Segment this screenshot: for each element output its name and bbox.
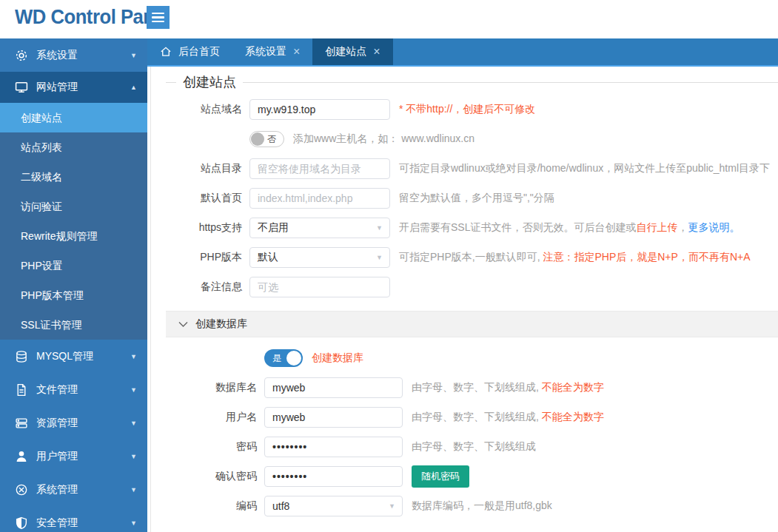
create-site-form: 创建站点 站点域名 * 不带http://，创建后不可修改 否 添加www主机名… <box>166 73 778 516</box>
directory-hint: 可指定目录wdlinux或绝对目录/home/wdlinux，网站文件上传至pu… <box>399 162 770 175</box>
form-row-www-toggle: 否 添加www主机名，如： www.wdlinux.cn <box>166 129 778 149</box>
gear-icon <box>15 49 28 62</box>
chevron-down-icon: ▼ <box>376 254 383 261</box>
sidebar-subitem-subdomain[interactable]: 二级域名 <box>0 162 147 192</box>
form-row-db-name: 数据库名 由字母、数字、下划线组成, 不能全为数字 <box>166 377 778 398</box>
remark-label: 备注信息 <box>166 280 249 294</box>
www-hint: 添加www主机名，如： www.wdlinux.cn <box>293 132 474 146</box>
toggle-state-label: 否 <box>267 133 276 146</box>
db-password-hint: 由字母、数字、下划线组成 <box>412 440 536 454</box>
chevron-down-icon: ▼ <box>376 224 383 232</box>
www-toggle[interactable]: 否 <box>249 131 284 147</box>
db-password-input[interactable] <box>264 437 403 457</box>
hamburger-icon <box>152 13 164 15</box>
random-password-button[interactable]: 随机密码 <box>412 465 469 488</box>
form-row-db-charset: 编码 utf8 ▼ 数据库编码，一般是用utf8,gbk <box>166 496 778 516</box>
db-confirm-input[interactable] <box>264 466 403 487</box>
index-page-hint: 留空为默认值，多个用逗号","分隔 <box>399 192 554 205</box>
chevron-down-icon: ▼ <box>130 386 137 394</box>
form-row-db-confirm-password: 确认密码 随机密码 <box>166 466 778 487</box>
directory-input[interactable] <box>249 158 390 179</box>
sidebar-item-system-management[interactable]: 系统管理 ▼ <box>0 473 147 506</box>
main-content: 创建站点 站点域名 * 不带http://，创建后不可修改 否 添加www主机名… <box>148 67 778 532</box>
form-row-php-version: PHP版本 默认 ▼ 可指定PHP版本,一般默认即可, 注意：指定PHP后，就是… <box>166 247 778 268</box>
sidebar-item-label: 文件管理 <box>36 383 78 397</box>
tab-bar: 后台首页 系统设置 × 创建站点 × <box>147 38 778 67</box>
tab-label: 系统设置 <box>245 45 286 58</box>
remark-input[interactable] <box>249 277 390 297</box>
form-row-db-password: 密码 由字母、数字、下划线组成 <box>166 437 778 457</box>
php-version-label: PHP版本 <box>166 251 249 264</box>
db-user-input[interactable] <box>264 407 403 428</box>
php-version-hint: 可指定PHP版本,一般默认即可, 注意：指定PHP后，就是N+P，而不再有N+A <box>399 251 751 264</box>
app-header: WD Control Panel <box>0 0 778 38</box>
page-title: 创建站点 <box>183 73 236 91</box>
form-row-remark: 备注信息 <box>166 277 778 297</box>
database-icon <box>15 350 28 363</box>
form-title-row: 创建站点 <box>166 73 778 92</box>
index-page-input[interactable] <box>249 188 390 209</box>
sidebar-subitem-access-auth[interactable]: 访问验证 <box>0 192 147 221</box>
sidebar-item-website-management[interactable]: 网站管理 ▲ <box>0 72 147 103</box>
sidebar: 系统设置 ▼ 网站管理 ▲ 创建站点 站点列表 二级域名 访问验证 Rewrit… <box>0 38 147 532</box>
tab-dashboard-home[interactable]: 后台首页 <box>147 38 232 65</box>
close-icon[interactable]: × <box>373 46 380 58</box>
chevron-down-icon: ▼ <box>130 453 137 460</box>
db-charset-select[interactable]: utf8 ▼ <box>264 496 403 516</box>
form-row-directory: 站点目录 可指定目录wdlinux或绝对目录/home/wdlinux，网站文件… <box>166 158 778 179</box>
sidebar-item-user-management[interactable]: 用户管理 ▼ <box>0 440 147 473</box>
sidebar-item-file-management[interactable]: 文件管理 ▼ <box>0 373 147 406</box>
create-database-section-header[interactable]: 创建数据库 <box>166 311 778 337</box>
chevron-up-icon: ▲ <box>130 84 137 91</box>
domain-label: 站点域名 <box>166 103 249 116</box>
sidebar-subitem-create-site[interactable]: 创建站点 <box>0 103 147 132</box>
content-divider <box>150 67 151 532</box>
toggle-state-label: 是 <box>272 352 281 365</box>
sidebar-item-mysql-management[interactable]: MYSQL管理 ▼ <box>0 340 147 373</box>
create-database-toggle[interactable]: 是 <box>264 349 303 367</box>
form-row-db-user: 用户名 由字母、数字、下划线组成, 不能全为数字 <box>166 407 778 428</box>
db-confirm-label: 确认密码 <box>166 470 264 483</box>
db-user-hint: 由字母、数字、下划线组成, 不能全为数字 <box>412 411 604 424</box>
sidebar-item-label: 系统管理 <box>36 483 78 496</box>
sidebar-subitem-rewrite-rules[interactable]: Rewrite规则管理 <box>0 221 147 251</box>
form-row-index-page: 默认首页 留空为默认值，多个用逗号","分隔 <box>166 188 778 209</box>
chevron-down-icon: ▼ <box>130 420 137 427</box>
domain-hint: * 不带http://，创建后不可修改 <box>399 103 535 116</box>
sidebar-subitem-site-list[interactable]: 站点列表 <box>0 132 147 162</box>
shield-icon <box>15 516 28 530</box>
more-info-link[interactable]: 更多说明 <box>688 221 729 233</box>
db-charset-select-value: utf8 <box>272 500 289 512</box>
chevron-down-icon: ▼ <box>389 502 395 510</box>
db-name-input[interactable] <box>264 377 403 398</box>
php-version-select[interactable]: 默认 ▼ <box>249 247 390 268</box>
hamburger-menu-button[interactable] <box>147 6 170 29</box>
chevron-down-icon: ▼ <box>130 353 137 360</box>
sidebar-item-label: 系统设置 <box>36 49 78 62</box>
chevron-down-icon: ▼ <box>130 52 137 59</box>
tab-label: 后台首页 <box>178 45 220 58</box>
sidebar-item-security-management[interactable]: 安全管理 ▼ <box>0 506 147 532</box>
chevron-down-icon <box>178 321 188 328</box>
chevron-down-icon: ▼ <box>130 486 137 494</box>
tab-create-site[interactable]: 创建站点 × <box>312 38 392 65</box>
sidebar-subitem-ssl-cert[interactable]: SSL证书管理 <box>0 310 147 340</box>
directory-label: 站点目录 <box>166 162 249 175</box>
close-icon[interactable]: × <box>293 46 300 58</box>
sidebar-item-label: 用户管理 <box>36 450 78 463</box>
sidebar-item-resource-management[interactable]: 资源管理 ▼ <box>0 406 147 440</box>
sidebar-item-system-settings[interactable]: 系统设置 ▼ <box>0 38 147 72</box>
sidebar-subitem-php-settings[interactable]: PHP设置 <box>0 251 147 280</box>
tab-system-settings[interactable]: 系统设置 × <box>232 38 312 65</box>
upload-cert-link[interactable]: 自行上传 <box>636 221 677 233</box>
domain-input[interactable] <box>249 99 390 120</box>
section-title: 创建数据库 <box>195 317 247 331</box>
https-hint: 开启需要有SSL证书文件，否则无效。可后台创建或自行上传，更多说明。 <box>399 221 740 235</box>
https-select[interactable]: 不启用 ▼ <box>249 218 390 238</box>
sidebar-submenu-website: 创建站点 站点列表 二级域名 访问验证 Rewrite规则管理 PHP设置 PH… <box>0 103 147 340</box>
chevron-down-icon: ▼ <box>130 519 137 527</box>
sidebar-subitem-php-version[interactable]: PHP版本管理 <box>0 280 147 310</box>
db-charset-hint: 数据库编码，一般是用utf8,gbk <box>412 499 552 513</box>
https-label: https支持 <box>166 221 249 235</box>
sidebar-item-label: 安全管理 <box>36 516 78 530</box>
